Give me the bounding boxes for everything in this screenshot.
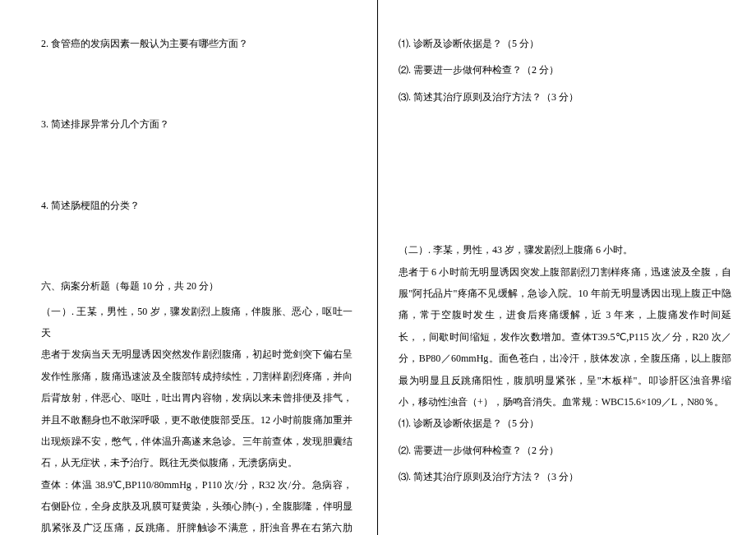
subquestion-2: ⑵. 需要进一步做何种检查？（2 分） — [399, 59, 731, 81]
subquestion-1-text: ⑴. 诊断及诊断依据是？（5 分） — [399, 38, 539, 49]
case2-intro-text: （二）. 李某，男性，43 岁，骤发剧烈上腹痛 6 小时。 — [399, 244, 633, 256]
subquestion-3: ⑶. 简述其治疗原则及治疗方法？（3 分） — [399, 86, 731, 108]
question-2-text: 2. 食管癌的发病因素一般认为主要有哪些方面？ — [41, 38, 248, 49]
case1-p1-text: 患者于发病当天无明显诱因突然发作剧烈腹痛，初起时觉剑突下偏右呈发作性胀痛，腹痛迅… — [41, 348, 353, 468]
case2-sub2-text: ⑵. 需要进一步做何种检查？（2 分） — [399, 445, 559, 456]
section-6-header: 六、病案分析题（每题 10 分，共 20 分） — [41, 275, 353, 297]
case1-p2-text: 查体：体温 38.9℃,BP110/80mmHg，P110 次/分，R32 次/… — [41, 479, 353, 535]
subquestion-3-text: ⑶. 简述其治疗原则及治疗方法？（3 分） — [399, 91, 579, 103]
right-column: ⑴. 诊断及诊断依据是？（5 分） ⑵. 需要进一步做何种检查？（2 分） ⑶.… — [378, 0, 756, 535]
question-4: 4. 简述肠梗阻的分类？ — [41, 195, 353, 216]
left-column: 2. 食管癌的发病因素一般认为主要有哪些方面？ 3. 简述排尿异常分几个方面？ … — [0, 0, 378, 535]
case2-intro: （二）. 李某，男性，43 岁，骤发剧烈上腹痛 6 小时。 — [399, 239, 731, 261]
page-container: 2. 食管癌的发病因素一般认为主要有哪些方面？ 3. 简述排尿异常分几个方面？ … — [0, 0, 756, 535]
case2-subquestion-2: ⑵. 需要进一步做何种检查？（2 分） — [399, 440, 731, 461]
case2-paragraph-1: 患者于 6 小时前无明显诱因突发上腹部剧烈刀割样疼痛，迅速波及全腹，自服"阿托品… — [399, 261, 731, 413]
question-4-text: 4. 简述肠梗阻的分类？ — [41, 200, 140, 211]
case1-paragraph-2: 查体：体温 38.9℃,BP110/80mmHg，P110 次/分，R32 次/… — [41, 474, 353, 535]
case2-sub1-text: ⑴. 诊断及诊断依据是？（5 分） — [399, 417, 539, 429]
section-6-header-text: 六、病案分析题（每题 10 分，共 20 分） — [41, 280, 219, 292]
question-3-text: 3. 简述排尿异常分几个方面？ — [41, 118, 169, 130]
case1-intro: （一）. 王某，男性，50 岁，骤发剧烈上腹痛，伴腹胀、恶心，呕吐一天 — [41, 301, 353, 344]
case2-subquestion-1: ⑴. 诊断及诊断依据是？（5 分） — [399, 413, 731, 434]
question-2: 2. 食管癌的发病因素一般认为主要有哪些方面？ — [41, 33, 353, 54]
subquestion-2-text: ⑵. 需要进一步做何种检查？（2 分） — [399, 64, 559, 76]
case2-subquestion-3: ⑶. 简述其治疗原则及治疗方法？（3 分） — [399, 466, 731, 487]
case1-intro-text: （一）. 王某，男性，50 岁，骤发剧烈上腹痛，伴腹胀、恶心，呕吐一天 — [41, 306, 353, 339]
case2-p1-text: 患者于 6 小时前无明显诱因突发上腹部剧烈刀割样疼痛，迅速波及全腹，自服"阿托品… — [399, 266, 731, 408]
question-3: 3. 简述排尿异常分几个方面？ — [41, 113, 353, 135]
case1-paragraph-1: 患者于发病当天无明显诱因突然发作剧烈腹痛，初起时觉剑突下偏右呈发作性胀痛，腹痛迅… — [41, 344, 353, 473]
subquestion-1: ⑴. 诊断及诊断依据是？（5 分） — [399, 33, 731, 54]
case2-sub3-text: ⑶. 简述其治疗原则及治疗方法？（3 分） — [399, 471, 579, 482]
